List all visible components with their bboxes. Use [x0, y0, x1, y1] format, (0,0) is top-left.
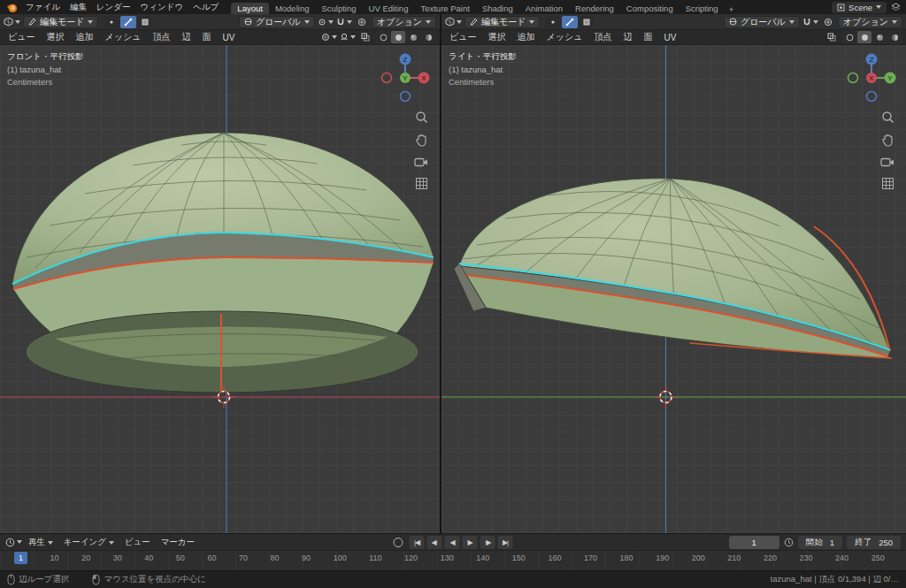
- xray-toggle-button[interactable]: [825, 31, 839, 43]
- menu-select[interactable]: 選択: [42, 31, 68, 43]
- xray-toggle-button[interactable]: [358, 31, 372, 43]
- menu-mesh[interactable]: メッシュ: [100, 31, 145, 43]
- frame-start-field[interactable]: 開始 1: [798, 536, 842, 549]
- menu-view[interactable]: ビュー: [4, 31, 39, 43]
- menu-playback[interactable]: 再生: [24, 537, 58, 548]
- tab-compositing[interactable]: Compositing: [620, 3, 680, 14]
- viewport-header-row1: 編集モード グローバル オプション: [0, 14, 440, 30]
- menu-edit[interactable]: 編集: [65, 2, 91, 13]
- ortho-grid-icon[interactable]: [881, 177, 894, 190]
- frame-end-field[interactable]: 終了 250: [847, 536, 901, 549]
- menu-uv[interactable]: UV: [659, 33, 680, 42]
- jump-to-end-button[interactable]: ▶|: [498, 536, 513, 549]
- face-select-button[interactable]: [579, 16, 595, 28]
- tab-modeling[interactable]: Modeling: [269, 3, 316, 14]
- global-orientation-icon: [729, 18, 737, 26]
- prev-keyframe-button[interactable]: ◀·: [427, 536, 442, 549]
- zoom-icon[interactable]: [415, 111, 428, 124]
- shading-solid-icon[interactable]: [857, 31, 871, 43]
- tab-uv-editing[interactable]: UV Editing: [363, 3, 415, 14]
- blender-logo-icon[interactable]: [6, 2, 18, 13]
- snap-toggle-button[interactable]: [336, 16, 352, 28]
- tab-animation[interactable]: Animation: [519, 3, 569, 14]
- tab-layout[interactable]: Layout: [231, 3, 269, 14]
- menu-render[interactable]: レンダー: [92, 2, 135, 13]
- options-dropdown[interactable]: オプション: [372, 16, 436, 28]
- transform-orientation-dropdown[interactable]: グローバル: [239, 16, 315, 28]
- shading-wireframe-icon[interactable]: [376, 31, 390, 43]
- viewport-canvas-front[interactable]: フロント・平行投影 (1) tazuna_hat Centimeters Z X…: [0, 45, 440, 533]
- add-workspace-button[interactable]: +: [725, 4, 739, 14]
- proportional-edit-button[interactable]: [355, 16, 369, 28]
- play-button[interactable]: ▶: [463, 536, 478, 549]
- jump-to-start-button[interactable]: |◀: [410, 536, 425, 549]
- viewport-canvas-right[interactable]: ライト・平行投影 (1) tazuna_hat Centimeters Z Y …: [441, 45, 906, 533]
- menu-edge[interactable]: 辺: [618, 31, 636, 43]
- shading-solid-icon[interactable]: [391, 31, 405, 43]
- snap-toggle-button[interactable]: [802, 16, 818, 28]
- menu-add[interactable]: 追加: [512, 31, 539, 43]
- shading-rendered-icon[interactable]: [421, 31, 435, 43]
- transform-orientation-dropdown[interactable]: グローバル: [724, 16, 800, 28]
- pivot-point-button[interactable]: [318, 16, 334, 28]
- tab-rendering[interactable]: Rendering: [569, 3, 620, 14]
- play-reverse-button[interactable]: ◀: [445, 536, 460, 549]
- options-dropdown[interactable]: オプション: [838, 16, 902, 28]
- menu-edge[interactable]: 辺: [177, 31, 195, 43]
- menu-face[interactable]: 面: [197, 31, 215, 43]
- shading-rendered-icon[interactable]: [887, 31, 902, 43]
- menu-mesh[interactable]: メッシュ: [541, 31, 587, 43]
- menu-select[interactable]: 選択: [483, 31, 510, 43]
- vertex-select-button[interactable]: [545, 16, 561, 28]
- camera-view-icon[interactable]: [414, 157, 428, 167]
- scene-selector[interactable]: Scene: [832, 2, 887, 13]
- auto-keyframe-button[interactable]: [394, 538, 403, 547]
- ortho-grid-icon[interactable]: [415, 177, 428, 190]
- view-layer-icon[interactable]: [891, 3, 901, 12]
- menu-window[interactable]: ウィンドウ: [136, 2, 188, 13]
- menu-uv[interactable]: UV: [218, 33, 239, 42]
- menu-vertex[interactable]: 頂点: [589, 31, 616, 43]
- navigation-gizmo[interactable]: Z X Y: [378, 50, 433, 105]
- menu-keying[interactable]: キーイング: [59, 537, 119, 548]
- edge-select-button[interactable]: [562, 16, 578, 28]
- shading-material-icon[interactable]: [406, 31, 420, 43]
- frame-range-fields: 1 開始 1 終了 250: [729, 536, 901, 549]
- tab-texture-paint[interactable]: Texture Paint: [414, 3, 475, 14]
- editor-type-button[interactable]: [4, 16, 20, 28]
- shading-wireframe-icon[interactable]: [842, 31, 856, 43]
- show-gizmo-button[interactable]: [321, 31, 337, 43]
- camera-view-icon[interactable]: [880, 157, 894, 167]
- next-keyframe-button[interactable]: ·▶: [480, 536, 495, 549]
- zoom-icon[interactable]: [881, 111, 894, 124]
- menu-face[interactable]: 面: [639, 31, 656, 43]
- overlays-button[interactable]: [340, 31, 356, 43]
- editor-type-button[interactable]: [445, 16, 462, 28]
- mode-dropdown[interactable]: 編集モード: [465, 16, 540, 28]
- use-preview-range-icon[interactable]: [784, 538, 794, 547]
- pan-hand-icon[interactable]: [881, 134, 894, 147]
- current-frame-field[interactable]: 1: [729, 536, 779, 549]
- timeline-editor-type-button[interactable]: [5, 536, 22, 548]
- tab-sculpting[interactable]: Sculpting: [315, 3, 362, 14]
- menu-add[interactable]: 追加: [71, 31, 97, 43]
- pan-hand-icon[interactable]: [415, 134, 428, 147]
- proportional-edit-button[interactable]: [821, 16, 835, 28]
- vertex-select-button[interactable]: [104, 16, 119, 28]
- tab-scripting[interactable]: Scripting: [680, 3, 725, 14]
- menu-help[interactable]: ヘルプ: [188, 2, 223, 13]
- menu-vertex[interactable]: 頂点: [148, 31, 174, 43]
- menu-timeline-view[interactable]: ビュー: [120, 537, 155, 548]
- timeline-ruler[interactable]: 1 10 20 30 40 50 60 70 80 90 100 110 120…: [0, 550, 906, 570]
- menu-marker[interactable]: マーカー: [157, 537, 199, 548]
- playhead[interactable]: 1: [14, 552, 27, 564]
- tab-shading[interactable]: Shading: [476, 3, 519, 14]
- menu-file[interactable]: ファイル: [21, 2, 65, 13]
- navigation-gizmo[interactable]: Z Y X: [844, 50, 899, 105]
- select-mode-group: [104, 16, 153, 28]
- edge-select-button[interactable]: [120, 16, 136, 28]
- menu-view[interactable]: ビュー: [445, 31, 480, 43]
- shading-material-icon[interactable]: [872, 31, 887, 43]
- mode-dropdown[interactable]: 編集モード: [23, 16, 98, 28]
- face-select-button[interactable]: [137, 16, 153, 28]
